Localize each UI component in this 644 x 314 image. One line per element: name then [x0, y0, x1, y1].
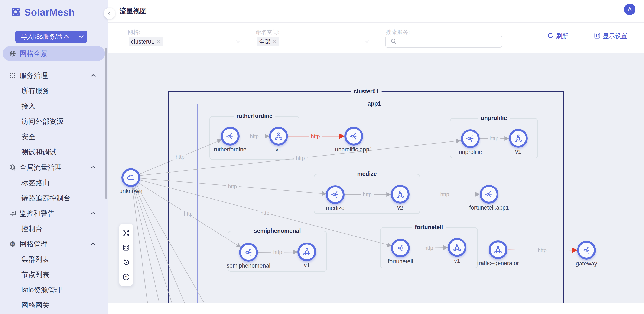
- graph-node-unprolific-v1[interactable]: [509, 129, 528, 148]
- sidebar-item-node-list[interactable]: 节点列表: [0, 267, 108, 282]
- sidebar-item-service-governance[interactable]: 服务治理: [0, 68, 108, 83]
- search-service-input[interactable]: [385, 35, 502, 48]
- graph-node-label: medize: [326, 205, 344, 211]
- sidebar-item-test-debug[interactable]: 测试和调试: [0, 145, 108, 160]
- graph-node-label: fortunetell.app1: [469, 204, 509, 211]
- workload-icon: [514, 134, 523, 143]
- user-avatar[interactable]: A: [624, 3, 636, 15]
- chevron-up-icon[interactable]: [90, 212, 96, 215]
- mesh-select[interactable]: cluster01 ✕: [128, 35, 242, 49]
- sidebar-divider: [4, 25, 104, 25]
- sidebar-item-label: 集群列表: [21, 255, 50, 264]
- sidebar-item-label-routing[interactable]: 标签路由: [0, 175, 108, 190]
- sidebar-item-console[interactable]: 控制台: [0, 221, 108, 236]
- fit-view-icon: [122, 244, 130, 251]
- graph-node-unprolific-svc[interactable]: [461, 129, 480, 148]
- namespace-select[interactable]: 全部 ✕: [256, 35, 371, 49]
- sidebar-scrollbar[interactable]: [105, 48, 107, 199]
- sidebar-item-label: 接入: [21, 102, 36, 111]
- sidebar-item-access[interactable]: 接入: [0, 99, 108, 114]
- sidebar-item-monitoring-alerts[interactable]: 监控和警告: [0, 206, 108, 221]
- graph-node-rutherfordine-v1[interactable]: [269, 127, 288, 146]
- sidebar-item-tracing-console[interactable]: 链路追踪控制台: [0, 190, 108, 206]
- traffic-edges: [108, 53, 644, 303]
- sidebar-item-label: 网格网关: [21, 301, 50, 310]
- workload-icon: [396, 190, 405, 199]
- edge-protocol-label: http: [536, 247, 548, 254]
- workload-icon: [494, 245, 502, 254]
- sidebar-item-mesh-management[interactable]: SM网格管理: [0, 236, 108, 252]
- graph-node-unknown[interactable]: [122, 168, 140, 187]
- mesh-chip-remove-icon[interactable]: ✕: [156, 39, 161, 45]
- graph-node-fortunetell-svc[interactable]: [391, 239, 410, 257]
- edge-protocol-label: http: [248, 133, 261, 140]
- import-k8s-button[interactable]: 导入k8s服务/版本: [15, 31, 87, 43]
- service-icon: [396, 244, 405, 253]
- sidebar-item-label: 安全: [21, 132, 36, 142]
- graph-node-traffic-generator[interactable]: [489, 240, 508, 259]
- graph-node-fortunetell-app1[interactable]: [480, 185, 498, 204]
- sidebar-collapse-button[interactable]: [104, 8, 115, 19]
- help-button[interactable]: ?: [121, 272, 131, 282]
- display-settings-button[interactable]: 显示设置: [594, 32, 628, 40]
- graph-node-label: v1: [276, 146, 282, 153]
- sidebar-item-label: 网格管理: [20, 239, 48, 249]
- graph-node-gateway[interactable]: [577, 241, 596, 260]
- namespace-chip-remove-icon[interactable]: ✕: [272, 39, 277, 45]
- reset-button[interactable]: [121, 257, 131, 267]
- service-icon: [582, 246, 591, 255]
- svg-text:?: ?: [125, 275, 127, 279]
- monitor-bell-icon: [10, 210, 16, 217]
- service-icon: [226, 132, 235, 141]
- graph-node-medize-v2[interactable]: [391, 185, 410, 204]
- graph-node-label: unknown: [119, 188, 142, 194]
- graph-node-semiphenomenal-v1[interactable]: [298, 243, 316, 261]
- sidebar-item-global-traffic[interactable]: 全局流量治理: [0, 160, 108, 175]
- service-icon: [484, 190, 494, 199]
- sidebar-item-security[interactable]: 安全: [0, 129, 108, 145]
- edge-protocol-label: http: [271, 249, 284, 256]
- graph-node-rutherfordine-svc[interactable]: [221, 127, 240, 146]
- sidebar-item-label: 链路追踪控制台: [21, 193, 70, 203]
- chevron-up-icon[interactable]: [90, 74, 96, 77]
- service-icon: [331, 190, 340, 199]
- refresh-button[interactable]: 刷新: [548, 32, 568, 40]
- chevron-down-icon[interactable]: [236, 40, 240, 43]
- edge-protocol-label: http: [182, 210, 194, 217]
- sidebar-item-istio-resources[interactable]: istio资源管理: [0, 282, 108, 298]
- sidebar-item-all-services[interactable]: 所有服务: [0, 83, 108, 99]
- display-settings-label: 显示设置: [603, 32, 628, 40]
- graph-node-unprolific-app1[interactable]: [344, 127, 363, 146]
- service-icon: [244, 248, 253, 257]
- graph-node-label: rutherfordine: [214, 146, 246, 153]
- graph-node-fortunetell-v1[interactable]: [448, 238, 466, 257]
- chevron-down-icon[interactable]: [364, 40, 370, 43]
- sidebar-item-cluster-list[interactable]: 集群列表: [0, 252, 108, 267]
- sidebar-item-mesh-overview[interactable]: 网格全景: [3, 46, 105, 61]
- namespace-chip: 全部 ✕: [256, 37, 280, 46]
- sidebar-item-label: 测试和调试: [21, 148, 56, 157]
- chevron-down-icon[interactable]: [75, 31, 87, 43]
- refresh-label: 刷新: [556, 32, 568, 40]
- chevron-up-icon[interactable]: [90, 166, 96, 169]
- traffic-graph-canvas[interactable]: cluster01app1rutherfordineunprolificmedi…: [108, 53, 644, 303]
- sidebar-item-external-resources[interactable]: 访问外部资源: [0, 114, 108, 129]
- chevron-up-icon[interactable]: [90, 243, 96, 246]
- sidebar-item-label: 节点列表: [21, 270, 50, 280]
- brand-name: SolarMesh: [24, 6, 75, 18]
- namespace-chip-value: 全部: [259, 38, 271, 45]
- edge-protocol-label: http: [226, 183, 239, 190]
- mesh-chip: cluster01 ✕: [128, 37, 163, 46]
- sidebar-item-label: 监控和警告: [20, 209, 55, 218]
- graph-node-label: v1: [304, 262, 310, 269]
- graph-node-semiphenomenal-svc[interactable]: [239, 243, 258, 262]
- reset-icon: [122, 259, 130, 266]
- refresh-icon: [548, 32, 554, 40]
- fit-view-button[interactable]: [121, 243, 131, 253]
- expand-button[interactable]: [121, 228, 131, 238]
- edge-protocol-label: http: [488, 135, 500, 142]
- sidebar-item-mesh-gateway[interactable]: 网格网关: [0, 298, 108, 313]
- sidebar-item-label: 访问外部资源: [21, 117, 64, 126]
- graph-node-medize-svc[interactable]: [326, 185, 344, 204]
- canvas-bottom-strip: [108, 303, 644, 314]
